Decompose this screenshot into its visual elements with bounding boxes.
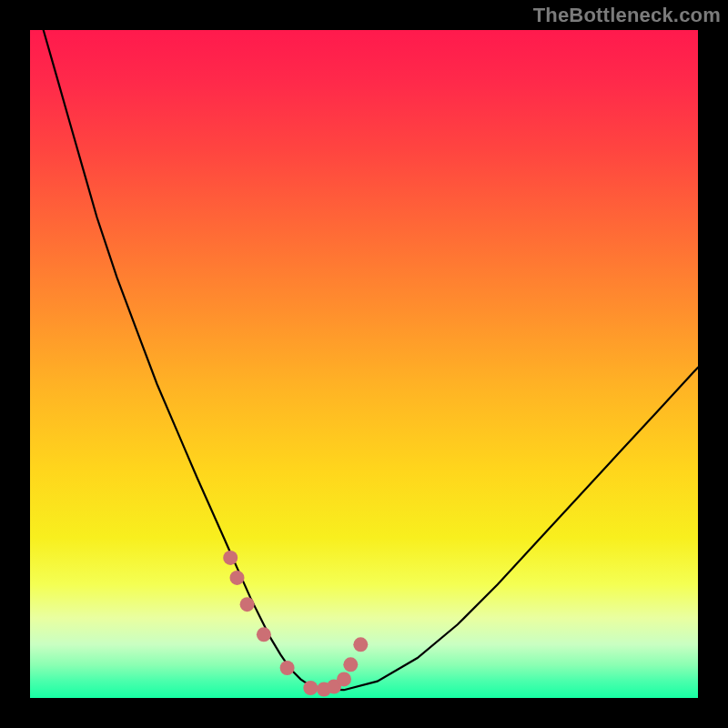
marker-point — [280, 661, 295, 675]
marker-point — [337, 672, 351, 686]
marker-point — [303, 681, 318, 695]
chart-svg — [30, 30, 698, 698]
marker-point — [343, 657, 358, 672]
marker-point — [230, 571, 245, 585]
marker-point — [223, 551, 238, 565]
marker-point — [240, 597, 255, 612]
bottleneck-curve — [44, 30, 698, 690]
marker-point — [257, 627, 271, 642]
chart-frame: TheBottleneck.com — [0, 0, 728, 728]
marker-point — [353, 637, 368, 652]
watermark-text: TheBottleneck.com — [533, 4, 721, 27]
